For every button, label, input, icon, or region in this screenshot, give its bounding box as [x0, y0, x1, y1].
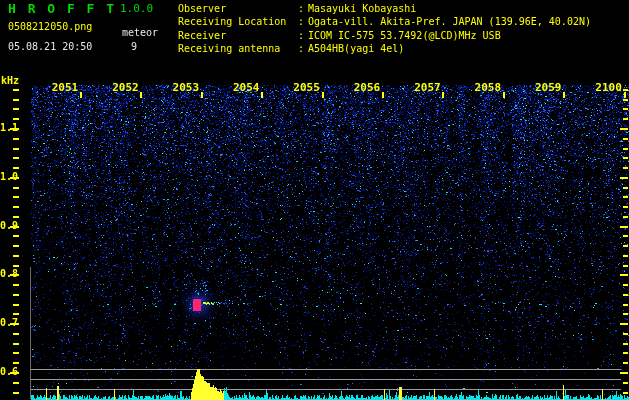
y-tick-label-0.7: 0.7 — [0, 317, 17, 328]
x-tick-label-2055: 2055 — [285, 81, 329, 94]
x-tick-label-2057: 2057 — [405, 81, 449, 94]
x-tick-label-2052: 2052 — [103, 81, 147, 94]
info-label: Receiving antenna — [178, 42, 298, 55]
info-value: Masayuki Kobayashi — [308, 2, 416, 15]
x-tick-label-2059: 2059 — [526, 81, 570, 94]
info-row-2: Receiver:ICOM IC-575 53.7492(@LCD)MHz US… — [178, 29, 591, 42]
y-tick-label-0.6: 0.6 — [0, 366, 17, 377]
x-tick-label-2051: 2051 — [43, 81, 87, 94]
info-row-1: Receiving Location:Ogata-vill. Akita-Pre… — [178, 15, 591, 28]
x-tick-label-2053: 2053 — [164, 81, 208, 94]
x-tick-label-2058: 2058 — [466, 81, 510, 94]
info-label: Observer — [178, 2, 298, 15]
info-colon: : — [298, 2, 308, 15]
info-value: Ogata-vill. Akita-Pref. JAPAN (139.96E, … — [308, 15, 591, 28]
datetime-label: 05.08.21 20:50 — [8, 41, 92, 52]
y-tick-label-0.8: 0.8 — [0, 268, 17, 279]
x-tick-label-2100: 2100 — [587, 81, 629, 94]
spectrogram-plot — [0, 0, 629, 400]
output-filename: 0508212050.png — [8, 21, 92, 32]
info-colon: : — [298, 29, 308, 42]
y-tick-label-1.0: 1.0 — [0, 171, 17, 182]
x-tick-label-2054: 2054 — [224, 81, 268, 94]
info-value: ICOM IC-575 53.7492(@LCD)MHz USB — [308, 29, 501, 42]
info-value: A504HB(yagi 4el) — [308, 42, 404, 55]
app-title: H R O F F T — [8, 1, 116, 16]
info-row-3: Receiving antenna:A504HB(yagi 4el) — [178, 42, 591, 55]
info-row-0: Observer:Masayuki Kobayashi — [178, 2, 591, 15]
info-colon: : — [298, 15, 308, 28]
info-colon: : — [298, 42, 308, 55]
meteor-count: 9 — [131, 41, 137, 52]
app-version: 1.0.0 — [120, 2, 153, 15]
info-label: Receiving Location — [178, 15, 298, 28]
y-axis-unit-label: kHz — [1, 75, 19, 86]
hrofft-screen: { "app": { "title": "H R O F F T", "vers… — [0, 0, 629, 400]
station-info: Observer:Masayuki KobayashiReceiving Loc… — [178, 2, 591, 56]
mode-label: meteor — [122, 27, 158, 38]
y-tick-label-0.9: 0.9 — [0, 220, 17, 231]
y-tick-label-1.1: 1.1 — [0, 122, 17, 133]
info-label: Receiver — [178, 29, 298, 42]
x-tick-label-2056: 2056 — [345, 81, 389, 94]
